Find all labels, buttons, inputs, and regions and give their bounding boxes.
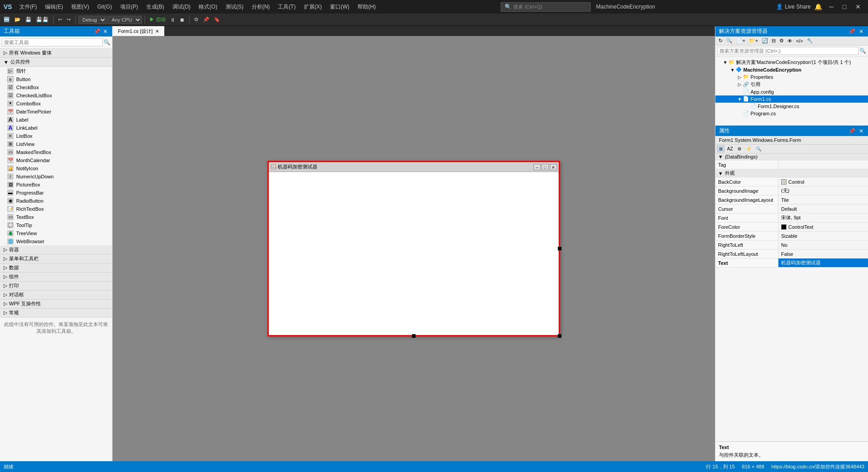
toolbox-item-checkedlistbox[interactable]: ☑ CheckedListBox (0, 91, 112, 100)
tab-close-form1-designer[interactable]: ✕ (155, 29, 159, 34)
config-dropdown[interactable]: Debug (78, 16, 107, 24)
tb-misc-1[interactable]: ⚙ (192, 16, 200, 23)
menu-analyze[interactable]: 分析(N) (248, 2, 274, 12)
toolbox-item-checkbox[interactable]: ☑ CheckBox (0, 83, 112, 91)
se-settings-button[interactable]: 🔧 (805, 37, 814, 44)
se-code-button[interactable]: </> (795, 38, 805, 44)
toolbox-item-richtextbox[interactable]: 📝 RichTextBox (0, 205, 112, 213)
se-new-folder-button[interactable]: 📁+ (747, 37, 759, 44)
toolbox-section-header-menus[interactable]: ▷ 菜单和工具栏 (0, 254, 112, 263)
toolbox-item-linklabel[interactable]: A LinkLabel (0, 124, 112, 132)
form-minimize-button[interactable]: ─ (533, 164, 541, 170)
menu-file[interactable]: 文件(F) (16, 2, 41, 12)
stop-button[interactable]: ⏹ (178, 16, 186, 23)
redo-button[interactable]: ↪ (65, 16, 72, 23)
toolbox-item-label[interactable]: A Label (0, 116, 112, 124)
project-expand-icon[interactable]: ▼ (730, 68, 735, 73)
props-value-forecolor[interactable]: ControlText (778, 222, 868, 231)
props-value-backgroundimage[interactable]: (无) (778, 186, 868, 195)
pause-button[interactable]: ⏸ (168, 16, 177, 23)
menu-extensions[interactable]: 扩展(X) (300, 2, 326, 12)
se-project-item[interactable]: ▼ 🔷 MachineCodeEncryption (715, 66, 868, 73)
form-maximize-button[interactable]: □ (542, 164, 549, 170)
undo-button[interactable]: ↩ (56, 16, 64, 23)
minimize-button[interactable]: ─ (826, 2, 837, 11)
props-group-appearance[interactable]: ▼ 外观 (715, 169, 868, 177)
toolbox-section-header-wpf[interactable]: ▷ WPF 互操作性 (0, 300, 112, 309)
notification-icon[interactable]: 🔔 (814, 3, 822, 10)
toolbox-item-picturebox[interactable]: 🖼 PictureBox (0, 181, 112, 189)
se-new-file-button[interactable]: 📄+ (735, 37, 746, 44)
live-share-button[interactable]: 👤 Live Share (776, 4, 810, 10)
toolbox-item-webbrowser[interactable]: 🌐 WebBrowser (0, 237, 112, 245)
se-filter-button[interactable]: 🔍 (725, 37, 734, 44)
se-form1cs-item[interactable]: ▼ 📄 Form1.cs (715, 95, 868, 103)
se-form1designer-item[interactable]: 📄 Form1.Designer.cs (715, 103, 868, 110)
props-value-formborderstyle[interactable]: Sizable (778, 231, 868, 240)
global-search[interactable]: 🔍 搜索 (Ctrl+Q) (501, 2, 591, 12)
props-alpha-button[interactable]: AZ (725, 145, 735, 152)
props-group-databindings[interactable]: ▼ (DataBindings) (715, 154, 868, 160)
toolbox-section-header-general[interactable]: ▷ 常规 (0, 309, 112, 318)
menu-help[interactable]: 帮助(H) (354, 2, 380, 12)
props-search-button[interactable]: 🔍 (754, 145, 763, 152)
form-resize-right[interactable] (558, 247, 561, 250)
toolbox-section-header-components[interactable]: ▷ 组件 (0, 272, 112, 281)
toolbox-item-pointer[interactable]: ▷ 指针 (0, 67, 112, 75)
toolbox-item-monthcalendar[interactable]: 📅 MonthCalendar (0, 156, 112, 164)
toolbox-item-textbox[interactable]: ▭ TextBox (0, 213, 112, 221)
toolbox-item-button[interactable]: B Button (0, 75, 112, 83)
props-value-backgroundimagelayout[interactable]: Tile (778, 195, 868, 204)
se-references-item[interactable]: ▷ 🔗 引用 (715, 81, 868, 88)
props-value-text[interactable]: 机器码加密测试器 (778, 259, 868, 267)
menu-tools[interactable]: 工具(T) (274, 2, 299, 12)
props-value-backcolor[interactable]: Control (778, 177, 868, 186)
toolbox-search-input[interactable] (2, 38, 103, 46)
toolbox-item-listbox[interactable]: ≡ ListBox (0, 132, 112, 140)
se-preview-button[interactable]: 👁 (786, 38, 794, 44)
toolbox-section-header-data[interactable]: ▷ 数据 (0, 263, 112, 272)
platform-dropdown[interactable]: Any CPU (108, 16, 142, 24)
references-expand-icon[interactable]: ▷ (737, 82, 742, 87)
properties-close-button[interactable]: ✕ (858, 128, 864, 134)
toolbox-item-maskedtextbox[interactable]: ▭ MaskedTextBox (0, 148, 112, 156)
toolbox-section-header-dialogs[interactable]: ▷ 对话框 (0, 290, 112, 300)
save-button[interactable]: 💾 (23, 16, 33, 23)
form-resize-bottom[interactable] (412, 334, 416, 338)
props-properties-button[interactable]: ⚙ (736, 145, 743, 152)
form1cs-expand-icon[interactable]: ▼ (737, 97, 742, 102)
open-button[interactable]: 📂 (13, 16, 23, 23)
props-value-cursor[interactable]: Default (778, 204, 868, 213)
form-resize-br[interactable] (558, 334, 561, 338)
se-properties-folder[interactable]: ▷ 📁 Properties (715, 73, 868, 81)
se-solution-item[interactable]: ▼ 📁 解决方案'MachineCodeEncryption'(1 个项目/共 … (715, 59, 868, 66)
solution-explorer-search-input[interactable] (717, 47, 859, 55)
properties-pin-button[interactable]: 📌 (848, 128, 856, 134)
properties-expand-icon[interactable]: ▷ (737, 75, 742, 80)
se-programcs-item[interactable]: 📄 Program.cs (715, 110, 868, 117)
close-button[interactable]: ✕ (852, 2, 864, 11)
se-sync-button[interactable]: ↻ (717, 37, 724, 44)
form-content-area[interactable] (269, 172, 559, 335)
props-value-tag[interactable] (778, 160, 868, 169)
toolbox-item-radiobutton[interactable]: ◉ RadioButton (0, 197, 112, 205)
props-events-button[interactable]: ⚡ (744, 145, 753, 152)
menu-build[interactable]: 生成(B) (143, 2, 168, 12)
toolbox-item-treeview[interactable]: 🌲 TreeView (0, 229, 112, 237)
toolbox-close-button[interactable]: ✕ (102, 28, 108, 35)
form-close-button[interactable]: ✕ (550, 164, 557, 170)
toolbox-item-combobox[interactable]: ▼ ComboBox (0, 100, 112, 108)
toolbox-item-notifyicon[interactable]: 🔔 NotifyIcon (0, 164, 112, 172)
props-category-button[interactable]: ⊞ (717, 145, 724, 152)
props-value-font[interactable]: 宋体, 9pt (778, 213, 868, 222)
props-value-righttoleftlayout[interactable]: False (778, 250, 868, 258)
menu-project[interactable]: 项目(P) (117, 2, 142, 12)
new-project-button[interactable]: 🆕 (2, 16, 12, 23)
tb-misc-3[interactable]: 🔖 (212, 16, 222, 23)
maximize-button[interactable]: □ (839, 2, 850, 11)
menu-git[interactable]: Git(G) (94, 3, 116, 11)
tb-misc-2[interactable]: 📌 (201, 16, 211, 23)
menu-view[interactable]: 视图(V) (68, 2, 93, 12)
toolbox-item-datetimepicker[interactable]: 📅 DateTimePicker (0, 108, 112, 116)
se-properties-button[interactable]: ⚙ (778, 37, 785, 44)
